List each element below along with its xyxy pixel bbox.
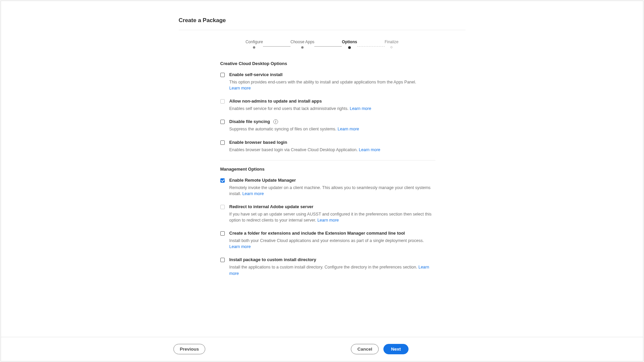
step-dot-icon: [390, 46, 392, 48]
step-label: Options: [342, 40, 357, 44]
cancel-button[interactable]: Cancel: [351, 344, 378, 354]
learn-more-link[interactable]: Learn more: [350, 106, 371, 111]
learn-more-link[interactable]: Learn more: [359, 147, 380, 152]
option-ext-folder: Create a folder for extensions and inclu…: [220, 231, 435, 250]
option-desc: This option provides end-users with the …: [229, 79, 435, 91]
step-dot-icon: [348, 46, 351, 49]
option-desc: Enables self service for end users that …: [229, 106, 435, 112]
management-section-title: Management Options: [220, 167, 435, 172]
learn-more-link[interactable]: Learn more: [338, 127, 359, 131]
option-label: Redirect to internal Adobe update server: [229, 204, 435, 209]
option-body: Enable Remote Update Manager Remotely in…: [229, 178, 435, 197]
option-body: Install package to custom install direct…: [229, 257, 435, 276]
option-desc: Enables browser based login via Creative…: [229, 147, 435, 153]
step-connector: [314, 46, 342, 47]
next-button[interactable]: Next: [383, 344, 409, 354]
option-non-admins: Allow non-admins to update and install a…: [220, 99, 435, 112]
option-label: Enable Remote Update Manager: [229, 178, 435, 183]
stepper: Configure Choose Apps Options Finalize: [179, 40, 466, 49]
self-service-checkbox[interactable]: [220, 73, 225, 77]
desc-text: Install both your Creative Cloud applica…: [229, 238, 424, 243]
rum-checkbox[interactable]: [220, 178, 225, 183]
cc-desktop-section-title: Creative Cloud Desktop Options: [220, 61, 435, 66]
option-label: Enable self-service install: [229, 72, 435, 77]
non-admins-checkbox[interactable]: [220, 99, 225, 104]
option-label: Install package to custom install direct…: [229, 257, 435, 262]
desc-text: Enables browser based login via Creative…: [229, 147, 358, 152]
step-connector: [263, 46, 290, 47]
page-title: Create a Package: [179, 17, 466, 30]
step-finalize[interactable]: Finalize: [385, 40, 398, 48]
desc-text: Enables self service for end users that …: [229, 106, 349, 111]
learn-more-link[interactable]: Learn more: [229, 244, 251, 249]
desc-text: This option provides end-users with the …: [229, 80, 416, 84]
option-body: Create a folder for extensions and inclu…: [229, 231, 435, 250]
redirect-checkbox[interactable]: [220, 205, 225, 209]
option-desc: Install both your Creative Cloud applica…: [229, 238, 435, 250]
desc-text: Suppress the automatic syncing of files …: [229, 127, 337, 131]
option-body: Disable file syncing i Suppress the auto…: [229, 119, 435, 132]
custom-dir-checkbox[interactable]: [220, 258, 225, 262]
step-choose-apps[interactable]: Choose Apps: [290, 40, 314, 49]
section-divider: [220, 160, 435, 161]
cc-desktop-section: Creative Cloud Desktop Options Enable se…: [220, 55, 435, 277]
option-rum: Enable Remote Update Manager Remotely in…: [220, 178, 435, 197]
step-dot-icon: [253, 46, 255, 49]
option-custom-dir: Install package to custom install direct…: [220, 257, 435, 276]
desc-text: Install the applications to a custom ins…: [229, 265, 417, 269]
option-label: Disable file syncing i: [229, 119, 435, 124]
learn-more-link[interactable]: Learn more: [229, 86, 251, 90]
option-body: Enable browser based login Enables brows…: [229, 140, 435, 153]
previous-button[interactable]: Previous: [173, 344, 205, 354]
footer-right-group: Cancel Next: [351, 344, 409, 354]
option-body: Allow non-admins to update and install a…: [229, 99, 435, 112]
ext-folder-checkbox[interactable]: [220, 231, 225, 236]
learn-more-link[interactable]: Learn more: [242, 191, 264, 196]
option-body: Redirect to internal Adobe update server…: [229, 204, 435, 223]
step-label: Configure: [246, 40, 263, 44]
footer-bar: Previous Cancel Next: [1, 337, 643, 361]
option-label: Enable browser based login: [229, 140, 435, 145]
disable-sync-checkbox[interactable]: [220, 120, 225, 124]
option-disable-sync: Disable file syncing i Suppress the auto…: [220, 119, 435, 132]
option-body: Enable self-service install This option …: [229, 72, 435, 91]
option-desc: Install the applications to a custom ins…: [229, 264, 435, 276]
step-connector: [357, 46, 385, 47]
step-options[interactable]: Options: [342, 40, 357, 49]
option-desc: Suppress the automatic syncing of files …: [229, 126, 435, 132]
option-redirect: Redirect to internal Adobe update server…: [220, 204, 435, 223]
option-desc: Remotely invoke the updater on a client …: [229, 185, 435, 197]
step-label: Finalize: [385, 40, 398, 44]
step-dot-icon: [301, 46, 304, 49]
dialog-container: Create a Package Configure Choose Apps O…: [1, 1, 643, 361]
step-configure[interactable]: Configure: [246, 40, 263, 49]
footer-inner: Previous Cancel Next: [122, 344, 409, 354]
option-label: Allow non-admins to update and install a…: [229, 99, 435, 104]
option-label: Create a folder for extensions and inclu…: [229, 231, 435, 236]
learn-more-link[interactable]: Learn more: [317, 218, 339, 223]
option-desc: If you have set up an update server usin…: [229, 211, 435, 223]
browser-login-checkbox[interactable]: [220, 140, 225, 145]
content-wrapper: Create a Package Configure Choose Apps O…: [179, 1, 466, 277]
step-label: Choose Apps: [290, 40, 314, 44]
label-text: Disable file syncing: [229, 119, 270, 124]
info-icon[interactable]: i: [273, 119, 278, 124]
option-browser-login: Enable browser based login Enables brows…: [220, 140, 435, 153]
option-self-service: Enable self-service install This option …: [220, 72, 435, 91]
